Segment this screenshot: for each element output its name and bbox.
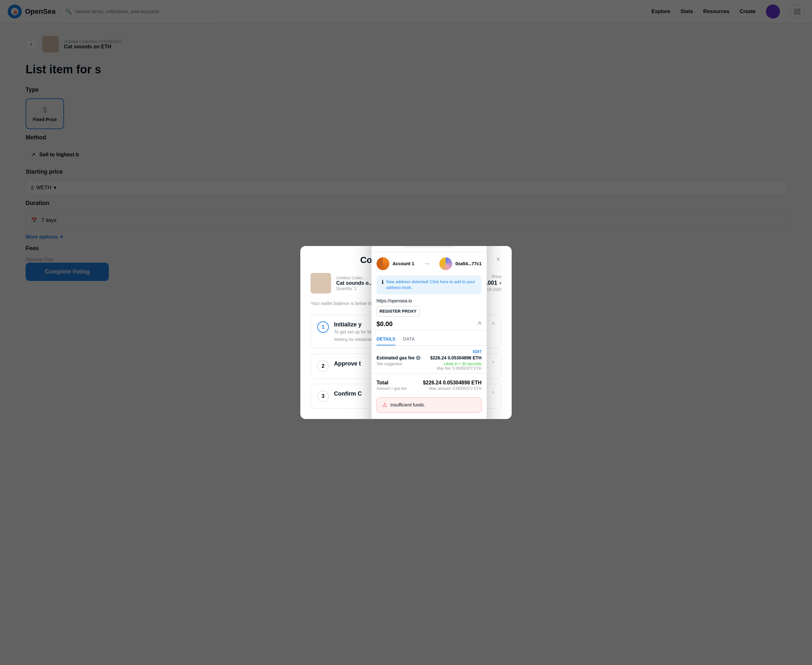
step-2-number: 2 xyxy=(317,360,329,372)
gas-info-icon[interactable]: i xyxy=(416,356,420,360)
insufficient-text: Insufficient funds. xyxy=(390,403,425,408)
gas-fee-value: $226.24 0.05304898 ETH xyxy=(430,355,482,361)
chevron-down-icon[interactable]: ▾ xyxy=(499,281,502,286)
step-1-chevron-icon: ^ xyxy=(492,321,495,328)
to-address: 0xa54...77c1 xyxy=(455,261,482,266)
metamask-action-buttons: Reject Confirm xyxy=(371,416,487,419)
metamask-accounts: Account 1 → 0xa54...77c1 xyxy=(371,252,487,275)
gas-timing: Likely in < 30 seconds xyxy=(444,362,482,367)
amount-chevron-icon[interactable]: ^ xyxy=(478,321,482,328)
metamask-notice[interactable]: ℹ New address detected! Click here to ad… xyxy=(377,275,482,294)
complete-listing-modal: Complete your listing × Untitled Collec.… xyxy=(301,246,511,419)
tab-data[interactable]: DATA xyxy=(403,334,415,346)
tab-details[interactable]: DETAILS xyxy=(377,334,395,346)
price-label: Price xyxy=(492,274,502,279)
total-value: $226.24 0.05304898 ETH xyxy=(423,380,482,386)
transfer-arrow-icon: → xyxy=(417,260,437,267)
to-account: 0xa54...77c1 xyxy=(439,257,482,270)
total-section: Total $226.24 0.05304898 ETH Amount + ga… xyxy=(371,377,487,395)
modal-close-button[interactable]: × xyxy=(492,254,504,265)
max-amount: Max amount: 0.06350372 ETH xyxy=(430,387,482,391)
step-3-number: 3 xyxy=(317,390,329,402)
from-account: Account 1 xyxy=(377,257,414,270)
gas-edit-button[interactable]: EDIT xyxy=(473,350,482,354)
metamask-tabs: DETAILS DATA xyxy=(371,334,487,346)
from-account-name: Account 1 xyxy=(392,261,414,266)
network-name: Ethereum Mainnet xyxy=(412,246,451,246)
insufficient-funds-notice: ⚠ Insufficient funds. xyxy=(377,398,482,413)
modal-overlay: Complete your listing × Untitled Collec.… xyxy=(0,0,812,665)
gas-max-fee: Max fee: 0.06350372 ETH xyxy=(437,367,482,371)
metamask-url: https://opensea.io xyxy=(371,298,487,304)
register-proxy-button[interactable]: REGISTER PROXY xyxy=(377,306,420,317)
metamask-modal: MetaMask Notification Ethereum Mainnet A… xyxy=(371,246,487,419)
amount-value: $0.00 xyxy=(377,321,392,328)
divider-2 xyxy=(371,373,487,374)
metamask-network-header: Ethereum Mainnet xyxy=(371,246,487,252)
gas-sub-row: Site suggested Likely in < 30 seconds Ma… xyxy=(377,362,482,371)
site-suggested-label: Site suggested xyxy=(377,362,402,371)
step-3-chevron-icon: ˅ xyxy=(492,390,495,398)
gas-edit-row: EDIT xyxy=(377,350,482,354)
from-avatar xyxy=(377,257,389,270)
gas-fee-label: Estimated gas fee i xyxy=(377,355,420,361)
step-1-number: 1 xyxy=(317,321,329,333)
network-badge: Ethereum Mainnet xyxy=(402,246,456,248)
step-2-chevron-icon: ˅ xyxy=(492,360,495,367)
amount-fee-label: Amount + gas fee xyxy=(377,387,407,391)
to-avatar xyxy=(439,257,452,270)
total-label: Total xyxy=(377,380,389,386)
nft-thumbnail xyxy=(310,273,331,293)
gas-section: EDIT Estimated gas fee i $226.24 0.05304… xyxy=(371,350,487,371)
metamask-amount: $0.00 ^ xyxy=(371,321,487,328)
total-row: Total $226.24 0.05304898 ETH xyxy=(377,380,482,386)
warning-icon: ⚠ xyxy=(382,402,387,409)
divider xyxy=(371,331,487,331)
total-sub-row: Amount + gas fee Max amount: 0.06350372 … xyxy=(377,387,482,391)
info-icon: ℹ xyxy=(382,279,384,285)
gas-sub-right: Likely in < 30 seconds Max fee: 0.063503… xyxy=(437,362,482,371)
gas-fee-row: Estimated gas fee i $226.24 0.05304898 E… xyxy=(377,355,482,361)
notice-text: New address detected! Click here to add … xyxy=(386,279,476,290)
